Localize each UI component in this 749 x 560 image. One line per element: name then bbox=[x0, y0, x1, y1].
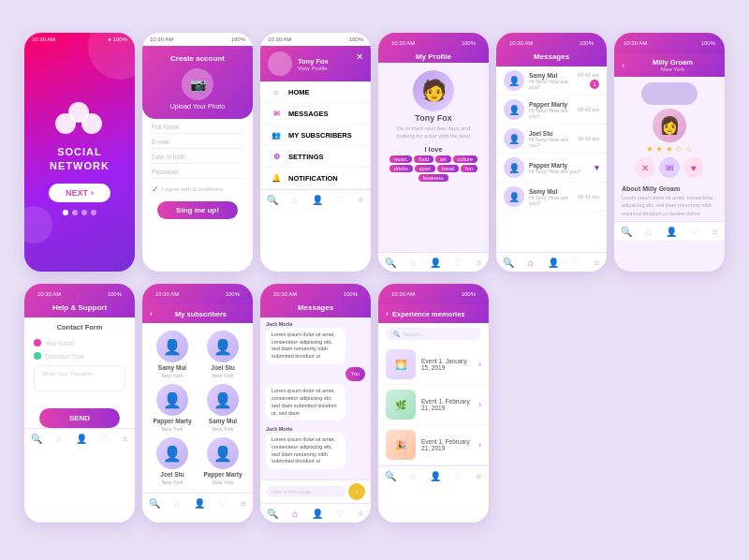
message-row-5[interactable]: 👤 Samy Mul Hi Tany! How are you? 09:42 a… bbox=[496, 183, 607, 212]
nav-heart-5[interactable]: ♡ bbox=[572, 258, 580, 268]
memory-item-1[interactable]: 🌅 Event 1. January 15, 2019 › bbox=[378, 345, 489, 385]
nav-search-5[interactable]: 🔍 bbox=[503, 258, 514, 268]
nav-home-icon[interactable]: ⌂ bbox=[292, 195, 298, 205]
nav-p-8[interactable]: 👤 bbox=[194, 498, 205, 508]
pagination-dots bbox=[63, 210, 96, 215]
memory-item-2[interactable]: 🌿 Event 1. February 21, 2019 › bbox=[378, 385, 489, 425]
thoughts-textarea[interactable]: Write Your Thoughts bbox=[34, 365, 125, 391]
phone-my-subscribers: 10:30 AM 100% ‹ My subscribers 👤 Samy Mu… bbox=[142, 284, 253, 523]
dob-field[interactable]: Date of birth bbox=[152, 154, 243, 164]
social-network-title: SOCIAL NETWORK bbox=[28, 145, 131, 172]
memory-item-3[interactable]: 🎉 Event 1. February 21, 2019 › bbox=[378, 425, 489, 465]
menu-messages[interactable]: ✉ MESSAGES bbox=[260, 103, 371, 125]
nav-h-8[interactable]: ⌂ bbox=[174, 498, 180, 508]
nav-heart-7[interactable]: ♡ bbox=[100, 434, 109, 444]
nav-h-9[interactable]: ⌂ bbox=[292, 508, 298, 519]
password-field[interactable]: Password bbox=[152, 169, 243, 179]
nav-home-5[interactable]: ⌂ bbox=[528, 258, 534, 268]
next-button[interactable]: NEXT › bbox=[49, 184, 110, 202]
subscriber-4[interactable]: 👤 Samy Mul New York bbox=[200, 384, 245, 432]
nav-h-6[interactable]: ⌂ bbox=[646, 227, 652, 237]
send-button-chat[interactable]: › bbox=[348, 483, 365, 500]
nav-heart-icon[interactable]: ♡ bbox=[336, 195, 345, 205]
nav-heart-8[interactable]: ♡ bbox=[218, 498, 227, 508]
nav-m-7[interactable]: ≡ bbox=[123, 434, 128, 444]
subscriber-2[interactable]: 👤 Joel Stu New York bbox=[200, 331, 245, 378]
message-button[interactable]: ✉ bbox=[659, 157, 680, 178]
nav-m-10[interactable]: ≡ bbox=[477, 471, 482, 481]
message-row-2[interactable]: 👤 Papper Marty Hi Tany! How are you? 09:… bbox=[496, 96, 607, 125]
about-section: About Milly Groam Lorem ipsum dolor sit … bbox=[614, 182, 725, 221]
nav-heart-10[interactable]: ♡ bbox=[454, 471, 463, 481]
nav-search-icon-4[interactable]: 🔍 bbox=[385, 258, 396, 268]
nav-p-9[interactable]: 👤 bbox=[312, 508, 323, 519]
message-row-1[interactable]: 👤 Samy Mul Hi Tany! How are you? 09:42 a… bbox=[496, 66, 607, 96]
bottom-nav-6: 🔍 ⌂ 👤 ♡ ≡ bbox=[614, 221, 725, 241]
nav-menu-icon[interactable]: ≡ bbox=[359, 195, 364, 205]
nav-s-7[interactable]: 🔍 bbox=[31, 434, 42, 444]
nav-search-icon[interactable]: 🔍 bbox=[267, 195, 278, 205]
bottom-nav-9: 🔍 ⌂ 👤 ♡ ≡ bbox=[260, 503, 371, 523]
status-bar-3: 10:30 AM 100% bbox=[260, 33, 371, 46]
subscriber-6[interactable]: 👤 Papper Marty New York bbox=[200, 437, 245, 485]
nav-person-icon-4[interactable]: 👤 bbox=[430, 258, 441, 268]
nav-person-icon[interactable]: 👤 bbox=[312, 195, 323, 205]
nav-h-10[interactable]: ⌂ bbox=[410, 471, 416, 481]
about-title: About Milly Groam bbox=[622, 185, 717, 192]
nav-p-7[interactable]: 👤 bbox=[76, 434, 87, 444]
back-arrow-icon[interactable]: ‹ bbox=[622, 61, 624, 70]
nav-s-10[interactable]: 🔍 bbox=[385, 471, 396, 481]
chat-area: Jack Morla Lorem ipsum dolor sit amet, c… bbox=[260, 317, 371, 479]
back-arrow-icon-8[interactable]: ‹ bbox=[150, 309, 153, 318]
create-account-title: Create account bbox=[150, 52, 245, 65]
phone-my-profile: 10:30 AM 100% My Profile 🧑 Tony Fox I'm … bbox=[378, 33, 489, 272]
nav-m-9[interactable]: ≡ bbox=[359, 508, 364, 519]
message-row-3[interactable]: 👤 Joel Stu Hi Tany! How are you? 09:42 a… bbox=[496, 125, 607, 154]
chat-input[interactable]: type a message bbox=[266, 486, 345, 497]
back-arrow-10[interactable]: ‹ bbox=[386, 309, 389, 318]
sub-avatar-4: 👤 bbox=[207, 384, 239, 416]
chat-bubble-4: Lorem ipsum dolor sit amet, consectetur … bbox=[266, 433, 345, 469]
nav-menu-5[interactable]: ≡ bbox=[595, 258, 600, 268]
nav-s-8[interactable]: 🔍 bbox=[149, 498, 160, 508]
close-button[interactable]: ✕ bbox=[635, 157, 655, 178]
nav-person-5[interactable]: 👤 bbox=[548, 258, 559, 268]
nav-menu-icon-4[interactable]: ≡ bbox=[477, 258, 482, 268]
menu-settings[interactable]: ⚙ SETTINGS bbox=[260, 146, 371, 168]
nav-heart-9[interactable]: ♡ bbox=[336, 508, 345, 519]
search-bar-10[interactable]: 🔍 Search... bbox=[386, 328, 481, 340]
close-icon[interactable]: ✕ bbox=[356, 52, 363, 62]
full-name-field[interactable]: Full Name bbox=[152, 124, 243, 134]
chevron-right-icon-2: › bbox=[478, 400, 481, 409]
nav-p-10[interactable]: 👤 bbox=[430, 471, 441, 481]
nav-heart-6[interactable]: ♡ bbox=[690, 227, 698, 237]
nav-m-8[interactable]: ≡ bbox=[241, 498, 246, 508]
email-field[interactable]: E-mail bbox=[152, 139, 243, 149]
tag-food: food bbox=[414, 155, 433, 163]
nav-s-9[interactable]: 🔍 bbox=[267, 508, 278, 519]
upload-photo-circle[interactable]: 📷 bbox=[182, 68, 213, 100]
chevron-right-icon-3: › bbox=[478, 440, 481, 449]
signup-button[interactable]: Sing me up! bbox=[157, 201, 238, 219]
message-row-4[interactable]: 👤 Papper Marty Hi Tany! How are you? ♥ bbox=[496, 154, 607, 183]
view-profile-link[interactable]: View Profile bbox=[298, 66, 329, 71]
phone-experience-memories: 10:30 AM 100% ‹ Experience memories 🔍 Se… bbox=[378, 284, 489, 523]
memory-label-1: Event 1. January 15, 2019 bbox=[421, 358, 473, 371]
tag-drinks: drinks bbox=[389, 165, 413, 172]
nav-p-6[interactable]: 👤 bbox=[666, 227, 677, 237]
nav-home-icon-4[interactable]: ⌂ bbox=[410, 258, 416, 268]
like-button[interactable]: ♥ bbox=[683, 157, 704, 178]
phone-milly-groam: 10:30 AM 100% ‹ Milly Groam New York 👩 ★… bbox=[614, 33, 725, 272]
nav-heart-icon-4[interactable]: ♡ bbox=[454, 258, 463, 268]
menu-notification[interactable]: 🔔 NOTIFICATION bbox=[260, 168, 371, 189]
nav-m-6[interactable]: ≡ bbox=[712, 227, 718, 237]
menu-home[interactable]: ⌂ HOME bbox=[260, 81, 371, 103]
send-button[interactable]: SEND bbox=[39, 408, 120, 428]
menu-subscribers[interactable]: 👥 MY SUBSCRIBERS bbox=[260, 125, 371, 146]
subscriber-3[interactable]: 👤 Papper Marty New York bbox=[150, 384, 195, 432]
subscriber-1[interactable]: 👤 Samy Mul New York bbox=[150, 331, 195, 378]
chat-bubble-1: Lorem ipsum dolor sit amet, consectetur … bbox=[266, 328, 345, 364]
nav-s-6[interactable]: 🔍 bbox=[621, 227, 632, 237]
nav-h-7[interactable]: ⌂ bbox=[56, 434, 62, 444]
subscriber-5[interactable]: 👤 Joel Stu New York bbox=[150, 437, 195, 485]
